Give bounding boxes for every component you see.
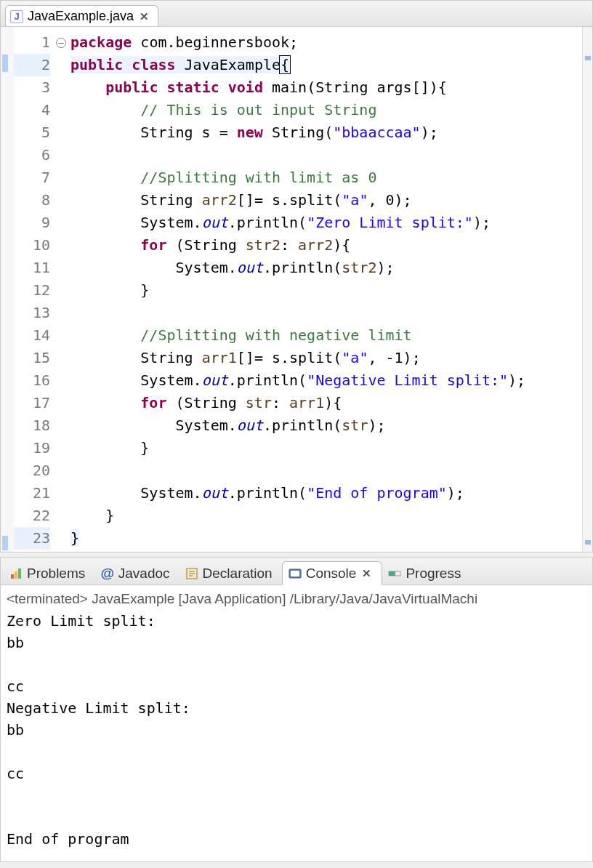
code-area[interactable]: 1 2 3 4 5 6 7 8 9 10 11 12 13 14 15 16 1… bbox=[1, 27, 592, 552]
line-number-gutter: 1 2 3 4 5 6 7 8 9 10 11 12 13 14 15 16 1… bbox=[14, 27, 55, 552]
tab-console-label: Console bbox=[306, 566, 357, 582]
tab-declaration[interactable]: Declaration bbox=[179, 562, 282, 584]
tab-progress-label: Progress bbox=[406, 566, 461, 582]
svg-rect-0 bbox=[11, 574, 14, 579]
code-text[interactable]: package com.beginnersbook; public class … bbox=[68, 27, 582, 552]
tab-console[interactable]: Console ✕ bbox=[282, 561, 383, 585]
editor-tab-bar: J JavaExample.java ✕ bbox=[1, 1, 592, 27]
problems-icon bbox=[9, 567, 23, 580]
console-icon bbox=[289, 567, 302, 580]
editor-pane: J JavaExample.java ✕ 1 2 3 4 5 6 7 8 9 1… bbox=[0, 0, 593, 552]
java-file-icon: J bbox=[10, 10, 23, 23]
tab-javadoc-label: Javadoc bbox=[118, 566, 170, 582]
declaration-icon bbox=[185, 567, 198, 580]
svg-rect-5 bbox=[291, 571, 299, 576]
tab-declaration-label: Declaration bbox=[203, 566, 273, 582]
close-icon[interactable]: ✕ bbox=[360, 567, 373, 580]
overview-ruler bbox=[582, 27, 592, 552]
progress-icon bbox=[388, 567, 401, 580]
console-output[interactable]: <terminated> JavaExample [Java Applicati… bbox=[1, 585, 592, 861]
bottom-tab-bar: Problems @ Javadoc Declaration Console ✕… bbox=[1, 558, 592, 585]
console-status: <terminated> JavaExample [Java Applicati… bbox=[7, 588, 586, 610]
marker-bar bbox=[1, 27, 14, 552]
editor-tab-label: JavaExample.java bbox=[28, 9, 134, 24]
tab-javadoc[interactable]: @ Javadoc bbox=[94, 562, 179, 584]
tab-problems-label: Problems bbox=[27, 566, 85, 582]
editor-tab-javaexample[interactable]: J JavaExample.java ✕ bbox=[5, 5, 158, 26]
svg-rect-7 bbox=[389, 571, 395, 576]
svg-rect-2 bbox=[18, 568, 21, 579]
tab-problems[interactable]: Problems bbox=[4, 562, 94, 584]
javadoc-icon: @ bbox=[100, 566, 114, 582]
tab-progress[interactable]: Progress bbox=[382, 562, 470, 584]
svg-rect-1 bbox=[15, 571, 17, 579]
close-icon[interactable]: ✕ bbox=[138, 10, 150, 23]
bottom-pane: Problems @ Javadoc Declaration Console ✕… bbox=[0, 557, 593, 862]
fold-toggle-icon[interactable]: – bbox=[56, 38, 66, 48]
fold-column: – bbox=[55, 27, 68, 552]
